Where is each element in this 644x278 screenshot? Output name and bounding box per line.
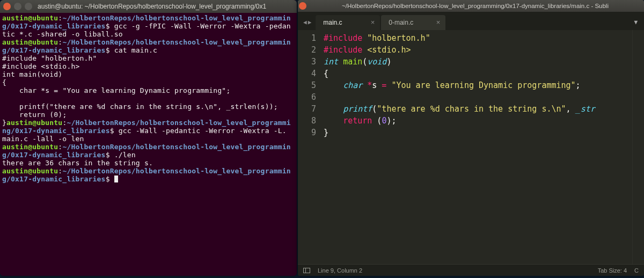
tab-label: 0-main.c [389, 19, 413, 26]
terminal-title: austin@ubuntu: ~/HolbertonRepos/holberto… [38, 3, 266, 10]
tab-history-nav[interactable]: ◀ ▶ [301, 19, 316, 30]
command-line: ./len [114, 151, 136, 159]
tab-0-main-c[interactable]: 0-main.c × [381, 15, 445, 30]
terminal-window: austin@ubuntu: ~/HolbertonRepos/holberto… [0, 0, 297, 276]
cat-output: #include "holberton.h" [2, 54, 97, 62]
close-icon[interactable]: × [371, 19, 375, 26]
line-gutter: 1 2 3 4 5 6 7 8 9 [298, 30, 321, 264]
tab-overflow-menu[interactable]: ▼ [634, 19, 644, 30]
status-language[interactable]: C [634, 267, 639, 274]
editor-area[interactable]: 1 2 3 4 5 6 7 8 9 #include "holberton.h"… [298, 30, 644, 264]
maximize-icon[interactable] [25, 3, 32, 10]
minimize-icon[interactable] [14, 3, 21, 10]
status-position[interactable]: Line 9, Column 2 [318, 267, 362, 274]
chevron-right-icon[interactable]: ▶ [308, 19, 312, 26]
terminal-body[interactable]: austin@ubuntu:~/HolbertonRepos/holberton… [0, 13, 297, 276]
sublime-window: ~/HolbertonRepos/holbertonschool-low_lev… [298, 0, 644, 276]
close-icon[interactable]: × [436, 19, 441, 26]
tab-bar: ◀ ▶ main.c × 0-main.c × ▼ [298, 12, 644, 30]
sublime-title: ~/HolbertonRepos/holbertonschool-low_lev… [342, 3, 609, 9]
sublime-titlebar[interactable]: ~/HolbertonRepos/holbertonschool-low_lev… [298, 0, 644, 12]
code-content[interactable]: #include "holberton.h" #include <stdio.h… [321, 30, 632, 264]
tab-label: main.c [323, 19, 342, 26]
status-tab-size[interactable]: Tab Size: 4 [598, 267, 627, 274]
status-bar: Line 9, Column 2 Tab Size: 4 C [298, 264, 644, 276]
prompt-user: austin@ubuntu [2, 14, 58, 22]
side-panel-icon[interactable] [303, 268, 310, 273]
close-icon[interactable] [299, 2, 306, 10]
tab-main-c[interactable]: main.c × [316, 15, 380, 30]
minimap[interactable] [632, 30, 644, 264]
terminal-cursor [114, 175, 118, 182]
close-icon[interactable] [3, 3, 11, 10]
run-output: there are 36 chars in the string s. [2, 159, 153, 167]
command-line: cat main.c [114, 46, 157, 54]
chevron-left-icon[interactable]: ◀ [303, 19, 307, 26]
terminal-titlebar[interactable]: austin@ubuntu: ~/HolbertonRepos/holberto… [0, 0, 297, 13]
